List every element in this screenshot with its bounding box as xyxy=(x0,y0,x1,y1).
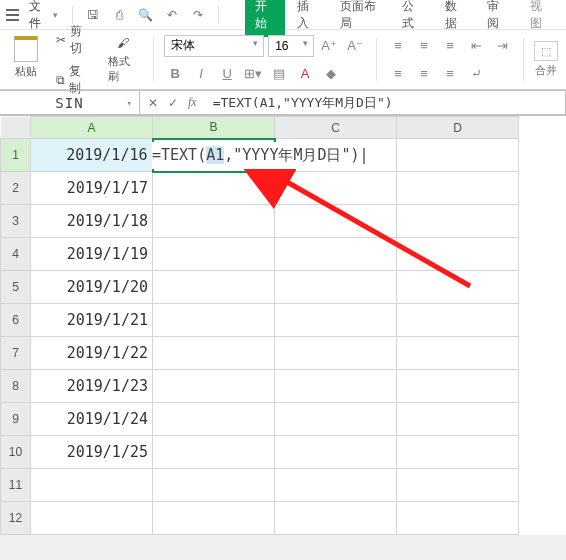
cell-D5[interactable] xyxy=(397,271,519,304)
column-header-B[interactable]: B xyxy=(153,117,275,139)
cell-D3[interactable] xyxy=(397,205,519,238)
cell-C5[interactable] xyxy=(275,271,397,304)
row-header-8[interactable]: 8 xyxy=(1,370,31,403)
select-all-corner[interactable] xyxy=(1,117,31,139)
cell-B2[interactable] xyxy=(153,172,275,205)
row-header-7[interactable]: 7 xyxy=(1,337,31,370)
row-header-3[interactable]: 3 xyxy=(1,205,31,238)
align-right-icon[interactable]: ≡ xyxy=(439,63,461,85)
cell-D7[interactable] xyxy=(397,337,519,370)
spreadsheet-grid[interactable]: ABCD12019/1/1622019/1/1732019/1/1842019/… xyxy=(0,116,566,535)
row-header-12[interactable]: 12 xyxy=(1,502,31,535)
row-header-2[interactable]: 2 xyxy=(1,172,31,205)
align-left-icon[interactable]: ≡ xyxy=(387,63,409,85)
cell-D6[interactable] xyxy=(397,304,519,337)
cell-C9[interactable] xyxy=(275,403,397,436)
column-header-D[interactable]: D xyxy=(397,117,519,139)
cell-B12[interactable] xyxy=(153,502,275,535)
row-header-1[interactable]: 1 xyxy=(1,139,31,172)
tab-view[interactable]: 视图 xyxy=(520,0,560,37)
cell-A5[interactable]: 2019/1/20 xyxy=(31,271,153,304)
cell-D8[interactable] xyxy=(397,370,519,403)
italic-button[interactable]: I xyxy=(190,63,212,85)
cell-C7[interactable] xyxy=(275,337,397,370)
cell-C4[interactable] xyxy=(275,238,397,271)
align-bottom-icon[interactable]: ≡ xyxy=(439,35,461,57)
cut-button[interactable]: ✂剪切 xyxy=(50,21,96,59)
cell-D2[interactable] xyxy=(397,172,519,205)
paste-button[interactable]: 粘贴 xyxy=(8,34,44,85)
indent-left-icon[interactable]: ⇤ xyxy=(465,35,487,57)
cell-D9[interactable] xyxy=(397,403,519,436)
cell-A10[interactable]: 2019/1/25 xyxy=(31,436,153,469)
row-header-6[interactable]: 6 xyxy=(1,304,31,337)
format-painter-button[interactable]: 🖌 格式刷 xyxy=(102,34,143,86)
merge-cells-icon[interactable]: ⬚ xyxy=(534,41,558,61)
cell-C10[interactable] xyxy=(275,436,397,469)
cell-B10[interactable] xyxy=(153,436,275,469)
cell-B8[interactable] xyxy=(153,370,275,403)
cell-C6[interactable] xyxy=(275,304,397,337)
cell-B5[interactable] xyxy=(153,271,275,304)
font-size-select[interactable] xyxy=(268,35,314,57)
column-header-A[interactable]: A xyxy=(31,117,153,139)
tab-page-layout[interactable]: 页面布局 xyxy=(330,0,391,37)
align-top-icon[interactable]: ≡ xyxy=(387,35,409,57)
cell-A3[interactable]: 2019/1/18 xyxy=(31,205,153,238)
decrease-font-icon[interactable]: A⁻ xyxy=(344,35,366,57)
tab-start[interactable]: 开始 xyxy=(245,0,285,37)
cell-C1[interactable] xyxy=(275,139,397,172)
preview-icon[interactable]: 🔍 xyxy=(135,4,155,26)
tab-insert[interactable]: 插入 xyxy=(287,0,327,37)
cell-B4[interactable] xyxy=(153,238,275,271)
cell-B9[interactable] xyxy=(153,403,275,436)
app-menu-icon[interactable] xyxy=(6,9,19,21)
cancel-icon[interactable]: ✕ xyxy=(148,96,158,110)
undo-icon[interactable]: ↶ xyxy=(162,4,182,26)
underline-button[interactable]: U xyxy=(216,63,238,85)
cell-A4[interactable]: 2019/1/19 xyxy=(31,238,153,271)
row-header-4[interactable]: 4 xyxy=(1,238,31,271)
cell-C8[interactable] xyxy=(275,370,397,403)
row-header-9[interactable]: 9 xyxy=(1,403,31,436)
cell-C11[interactable] xyxy=(275,469,397,502)
tab-data[interactable]: 数据 xyxy=(435,0,475,37)
row-header-11[interactable]: 11 xyxy=(1,469,31,502)
cell-D4[interactable] xyxy=(397,238,519,271)
cell-D12[interactable] xyxy=(397,502,519,535)
align-middle-icon[interactable]: ≡ xyxy=(413,35,435,57)
indent-right-icon[interactable]: ⇥ xyxy=(491,35,513,57)
cell-A8[interactable]: 2019/1/23 xyxy=(31,370,153,403)
confirm-icon[interactable]: ✓ xyxy=(168,96,178,110)
tab-review[interactable]: 审阅 xyxy=(477,0,517,37)
wrap-text-icon[interactable]: ⤶ xyxy=(465,63,487,85)
name-box[interactable]: SIN xyxy=(0,90,140,115)
redo-icon[interactable]: ↷ xyxy=(188,4,208,26)
row-header-5[interactable]: 5 xyxy=(1,271,31,304)
cell-B11[interactable] xyxy=(153,469,275,502)
row-header-10[interactable]: 10 xyxy=(1,436,31,469)
cell-B7[interactable] xyxy=(153,337,275,370)
cell-A9[interactable]: 2019/1/24 xyxy=(31,403,153,436)
highlight-button[interactable]: ◆ xyxy=(320,63,342,85)
fx-icon[interactable]: fx xyxy=(188,95,197,110)
cell-D11[interactable] xyxy=(397,469,519,502)
cell-A2[interactable]: 2019/1/17 xyxy=(31,172,153,205)
bold-button[interactable]: B xyxy=(164,63,186,85)
formula-input[interactable]: =TEXT(A1,"YYYY年M月D日") xyxy=(205,90,566,115)
cell-C12[interactable] xyxy=(275,502,397,535)
fill-color-button[interactable]: ▤ xyxy=(268,63,290,85)
cell-A1[interactable]: 2019/1/16 xyxy=(31,139,153,172)
cell-C2[interactable] xyxy=(275,172,397,205)
cell-D1[interactable] xyxy=(397,139,519,172)
cell-D10[interactable] xyxy=(397,436,519,469)
cell-B6[interactable] xyxy=(153,304,275,337)
align-center-icon[interactable]: ≡ xyxy=(413,63,435,85)
border-button[interactable]: ⊞▾ xyxy=(242,63,264,85)
cell-A11[interactable] xyxy=(31,469,153,502)
column-header-C[interactable]: C xyxy=(275,117,397,139)
cell-B3[interactable] xyxy=(153,205,275,238)
cell-A7[interactable]: 2019/1/22 xyxy=(31,337,153,370)
font-color-button[interactable]: A xyxy=(294,63,316,85)
cell-B1[interactable] xyxy=(153,139,275,172)
